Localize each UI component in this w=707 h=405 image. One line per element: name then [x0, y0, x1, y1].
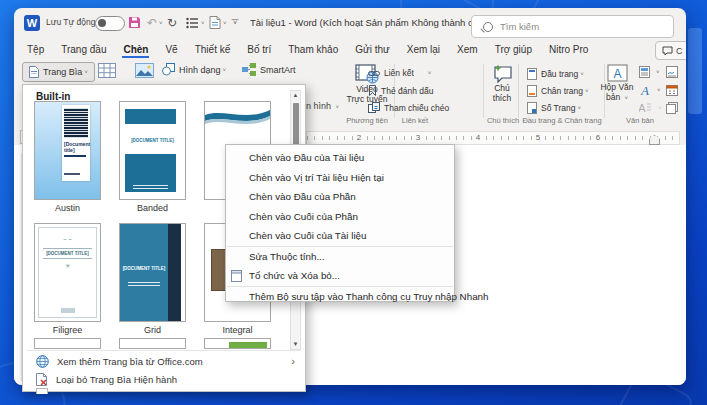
- cover-thumbnail-austin[interactable]: [Document title]: [34, 101, 101, 200]
- drop-cap-icon: A: [639, 102, 652, 113]
- more-cover-pages-item[interactable]: Xem thêm Trang bìa từ Office.com ›: [23, 352, 305, 370]
- menu-add-to-qat[interactable]: Thêm Bộ sưu tập vào Thanh công cụ Truy n…: [226, 287, 454, 307]
- organize-icon: [231, 270, 242, 282]
- chevron-down-icon: ˅: [658, 105, 662, 111]
- menu-edit-properties[interactable]: Sửa Thuộc tính...: [226, 247, 454, 267]
- shapes-button[interactable]: Hình dạng ˅: [162, 63, 226, 76]
- tab-trang-dau[interactable]: Trang đầu: [60, 41, 107, 58]
- cross-reference-label: Tham chiếu chéo: [384, 103, 449, 113]
- tab-xem[interactable]: Xem: [456, 41, 479, 58]
- indent-marker[interactable]: [649, 135, 660, 145]
- thumbnail-label-banded: Banded: [115, 203, 190, 213]
- bookmark-button[interactable]: Thẻ đánh dấu: [368, 85, 433, 96]
- desktop: W Lưu Tự động ↶˅ ↻ ˅: [0, 0, 707, 405]
- text-box-button[interactable]: A Hộp Văn bản ˅: [595, 64, 639, 103]
- tab-xem-lai[interactable]: Xem lại: [406, 41, 441, 58]
- filigree-footer: [61, 308, 75, 313]
- tab-tro-giup[interactable]: Trợ giúp: [494, 41, 533, 58]
- clipped-item: [36, 388, 48, 394]
- qat-overflow-icon[interactable]: —˅: [230, 17, 240, 27]
- austin-footer-line: [64, 173, 80, 175]
- cover-thumbnail-banded[interactable]: [DOCUMENT TITLE]: [119, 101, 186, 200]
- thumbnail-label-integral: Integral: [200, 325, 275, 335]
- remove-cover-page-item[interactable]: Loại bỏ Trang Bìa Hiện hành: [23, 370, 305, 388]
- cover-page-icon: [29, 66, 39, 78]
- date-time-icon: [666, 84, 678, 96]
- green-band: [229, 342, 267, 349]
- search-icon: [483, 22, 493, 32]
- tab-tham-khao[interactable]: Tham khảo: [287, 41, 339, 58]
- chevron-down-icon: ˅: [84, 69, 88, 75]
- comments-button[interactable]: C: [655, 41, 686, 60]
- cover-thumbnail-partial[interactable]: [119, 338, 186, 349]
- tab-nitro-pro[interactable]: Nitro Pro: [548, 41, 589, 58]
- tab-gui-thu[interactable]: Gửi thư: [354, 41, 391, 58]
- comment-icon: [662, 46, 673, 56]
- menu-insert-end-section[interactable]: Chèn vào Cuối của Phần: [226, 207, 454, 227]
- search-box[interactable]: Tìm kiếm: [471, 15, 674, 38]
- cover-thumbnail-grid[interactable]: [DOCUMENT TITLE]: [119, 223, 186, 322]
- screenshot-button-partial[interactable]: n hình ˅: [306, 101, 339, 111]
- quick-parts-button[interactable]: ˅: [639, 66, 660, 78]
- document-title: Tài liệu1 - Word (Kích hoạt Sản phẩm Khô…: [250, 17, 481, 28]
- austin-subtitle-line: [64, 155, 86, 157]
- cover-thumbnail-partial[interactable]: [204, 338, 271, 349]
- remove-cover-page-label: Loại bỏ Trang Bìa Hiện hành: [56, 374, 177, 385]
- tab-chen[interactable]: Chèn: [122, 41, 149, 58]
- cover-thumbnail-partial[interactable]: [34, 338, 101, 349]
- undo-button[interactable]: ↶˅: [147, 14, 163, 31]
- chevron-down-icon: ˅: [585, 88, 589, 94]
- tab-bo-tri[interactable]: Bố trí: [246, 41, 272, 58]
- menu-organize-delete[interactable]: Tổ chức và Xóa bỏ...: [226, 266, 454, 286]
- cover-thumbnail-filigree[interactable]: ~ ~ [DOCUMENT TITLE] ✳: [34, 223, 101, 322]
- wordart-icon: A: [639, 84, 651, 96]
- link-button[interactable]: Liên kết ˅: [368, 68, 431, 78]
- globe-icon: [36, 355, 49, 368]
- cross-reference-button[interactable]: Tham chiếu chéo: [368, 102, 449, 113]
- page-number-button[interactable]: Số Trang ˅: [527, 102, 581, 114]
- austin-title: [Document title]: [64, 142, 89, 153]
- word-logo-icon: W: [24, 15, 40, 31]
- link-icon: [368, 69, 380, 78]
- tab-ve[interactable]: Vẽ: [164, 41, 178, 58]
- menu-insert-begin-document[interactable]: Chèn vào Đầu của Tài liệu: [226, 148, 454, 168]
- gallery-separator: [27, 350, 301, 351]
- bullet-list-button[interactable]: ˅: [186, 14, 205, 31]
- austin-strip: [Document title]: [62, 105, 90, 181]
- menu-insert-end-document[interactable]: Chèn vào Cuối của Tài liệu: [226, 226, 454, 246]
- ruler-number: 6: [594, 133, 602, 142]
- submenu-arrow-icon: ›: [291, 355, 295, 367]
- link-label: Liên kết: [384, 68, 414, 78]
- scroll-down-icon[interactable]: ▼: [291, 340, 300, 349]
- tab-tep[interactable]: Tệp: [26, 41, 45, 58]
- save-icon: [128, 16, 141, 29]
- signature-line-button[interactable]: [666, 66, 682, 78]
- header-label: Đầu trang: [541, 69, 578, 79]
- banded-title: [DOCUMENT TITLE]: [120, 138, 185, 143]
- picture-icon: [135, 63, 154, 78]
- table-button[interactable]: [98, 63, 116, 78]
- autosave-toggle[interactable]: [95, 16, 125, 31]
- ruler-number: 5: [534, 133, 542, 142]
- object-button[interactable]: [666, 102, 682, 114]
- cover-page-button[interactable]: Trang Bìa ˅: [22, 62, 95, 82]
- smartart-button[interactable]: SmartArt: [242, 63, 296, 76]
- scroll-up-icon[interactable]: ▲: [291, 91, 300, 100]
- smartart-label: SmartArt: [260, 65, 296, 75]
- paste-options-button[interactable]: ˅: [209, 14, 227, 31]
- signature-line-icon: [666, 66, 678, 78]
- save-button[interactable]: [128, 14, 141, 31]
- footer-button[interactable]: Chân trang ˅: [527, 85, 589, 97]
- drop-cap-button[interactable]: A ˅: [639, 102, 662, 113]
- wordart-button[interactable]: A ˅: [639, 84, 661, 96]
- redo-button[interactable]: ↻: [167, 14, 177, 31]
- date-time-button[interactable]: [666, 84, 682, 96]
- ruler-number: 4: [474, 133, 482, 142]
- menu-insert-begin-section[interactable]: Chèn vào Đầu của Phần: [226, 187, 454, 207]
- picture-button[interactable]: [135, 63, 154, 78]
- tab-thiet-ke[interactable]: Thiết kế: [194, 41, 232, 58]
- desktop-shape: [688, 28, 702, 114]
- chevron-down-icon: ˅: [657, 87, 661, 93]
- menu-insert-current-position[interactable]: Chèn vào Vị trí Tài liệu Hiện tại: [226, 168, 454, 188]
- header-button[interactable]: Đầu trang ˅: [527, 68, 584, 80]
